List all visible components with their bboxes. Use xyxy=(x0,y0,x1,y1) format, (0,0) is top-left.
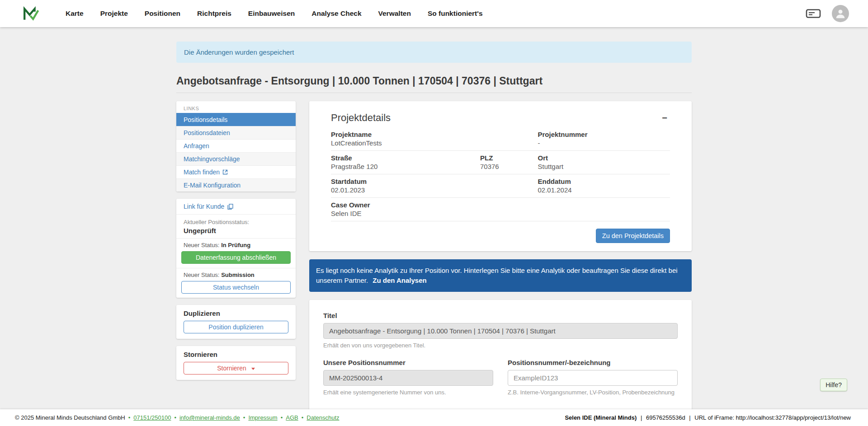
field-projektname: Projektname LotCreationTests xyxy=(331,131,480,147)
page-title: Angebotsanfrage - Entsorgung | 10.000 To… xyxy=(176,75,692,87)
field-value: - xyxy=(538,139,670,147)
sidebar-item-label: E-Mail Konfiguration xyxy=(184,182,241,189)
field-label: Ort xyxy=(538,154,670,162)
user-avatar[interactable] xyxy=(832,5,849,22)
new-status-value: Submission xyxy=(221,272,255,278)
card-reader-icon xyxy=(806,8,821,19)
footer-datenschutz-link[interactable]: Datenschutz xyxy=(307,414,339,421)
nav-item-karte[interactable]: Karte xyxy=(66,9,84,18)
dot-separator: • xyxy=(243,414,245,421)
customer-link-label: Link für Kunde xyxy=(184,203,224,210)
dot-separator: • xyxy=(174,414,176,421)
links-card: LINKS Positionsdetails Positionsdateien … xyxy=(176,101,296,192)
project-row: Projektname LotCreationTests Projektnumm… xyxy=(331,127,670,151)
current-status-value: Ungeprüft xyxy=(176,225,296,238)
copy-icon xyxy=(227,204,233,210)
main-content: Projektdetails − Projektname LotCreation… xyxy=(309,101,692,417)
help-button[interactable]: Hilfe? xyxy=(820,379,847,391)
position-number-group: Positionsnummer/-bezeichnung Z.B. Intern… xyxy=(508,359,678,396)
minus-icon: − xyxy=(662,113,667,123)
footer-phone-link[interactable]: 07151/250100 xyxy=(133,414,171,421)
customer-link[interactable]: Link für Kunde xyxy=(176,199,296,215)
field-value: Selen IDE xyxy=(331,210,480,217)
footer-iframe-url: URL of iFrame: http://localhost:32778/ap… xyxy=(694,414,851,421)
titel-group: Titel Erhält den von uns vorgegebenen Ti… xyxy=(323,312,678,349)
sidebar-item-email-konfiguration[interactable]: E-Mail Konfiguration xyxy=(176,178,296,192)
logo-icon xyxy=(22,5,39,22)
change-status-button[interactable]: Status wechseln xyxy=(181,281,291,294)
complete-data-entry-button[interactable]: Datenerfassung abschließen xyxy=(181,251,291,264)
caret-down-icon xyxy=(251,368,255,370)
footer: © 2025 Mineral Minds Deutschland GmbH • … xyxy=(0,409,868,426)
nav-item-so-funktionierts[interactable]: So funktioniert's xyxy=(428,9,483,18)
links-header: LINKS xyxy=(176,101,296,113)
field-value: 02.01.2023 xyxy=(331,186,480,194)
position-number-label: Positionsnummer/-bezeichnung xyxy=(508,359,678,366)
field-value: Stuttgart xyxy=(538,163,670,170)
titel-input xyxy=(323,323,678,339)
field-case-owner: Case Owner Selen IDE xyxy=(331,201,480,217)
new-status-prefix: Neuer Status: xyxy=(184,242,220,248)
our-number-label: Unsere Positionsnummer xyxy=(323,359,493,366)
nav-item-einbauweisen[interactable]: Einbauweisen xyxy=(248,9,295,18)
titel-label: Titel xyxy=(323,312,678,319)
duplicate-title: Duplizieren xyxy=(184,309,288,317)
nav-item-verwalten[interactable]: Verwalten xyxy=(378,9,411,18)
sidebar-item-positionsdetails[interactable]: Positionsdetails xyxy=(176,113,296,126)
left-sidebar: LINKS Positionsdetails Positionsdateien … xyxy=(176,101,296,387)
new-status-value: In Prüfung xyxy=(221,242,250,248)
nav-item-projekte[interactable]: Projekte xyxy=(100,9,128,18)
cancel-dropdown-button[interactable]: Stornieren xyxy=(184,362,288,375)
copyright-text: © 2025 Mineral Minds Deutschland GmbH xyxy=(15,414,125,421)
cancel-title: Stornieren xyxy=(184,351,288,358)
pipe-separator: | xyxy=(641,414,642,421)
collapse-button[interactable]: − xyxy=(659,112,670,123)
nav-item-positionen[interactable]: Positionen xyxy=(145,9,180,18)
person-icon xyxy=(835,8,846,19)
sidebar-item-matchingvorschlaege[interactable]: Matchingvorschläge xyxy=(176,152,296,165)
field-ort: Ort Stuttgart xyxy=(538,154,670,170)
new-status-row-1: Neuer Status: In Prüfung xyxy=(176,239,296,250)
sidebar-item-label: Match finden xyxy=(184,169,220,176)
page-container: Die Änderungen wurden gespeichert Angebo… xyxy=(176,27,692,417)
field-label: Enddatum xyxy=(538,178,670,185)
banner-text: Es liegt noch keine Analytik zu Ihrer Po… xyxy=(316,267,678,284)
our-number-input xyxy=(323,370,493,386)
go-to-analyses-link[interactable]: Zu den Analysen xyxy=(373,276,426,284)
save-success-alert: Die Änderungen wurden gespeichert xyxy=(176,42,692,63)
project-row: Startdatum 02.01.2023 Enddatum 02.01.202… xyxy=(331,174,670,198)
footer-user: Selen IDE (Mineral Minds) xyxy=(565,414,637,421)
sidebar-item-anfragen[interactable]: Anfragen xyxy=(176,139,296,152)
external-link-icon xyxy=(222,169,228,175)
field-plz: PLZ 70376 xyxy=(480,154,538,170)
project-details-card: Projektdetails − Projektname LotCreation… xyxy=(309,101,692,251)
new-status-prefix: Neuer Status: xyxy=(184,272,220,278)
mineral-minds-logo[interactable] xyxy=(22,5,39,22)
device-panel-button[interactable] xyxy=(805,7,822,20)
sidebar-item-label: Anfragen xyxy=(184,142,209,150)
footer-impressum-link[interactable]: Impressum xyxy=(248,414,277,421)
position-form-card: Titel Erhält den von uns vorgegebenen Ti… xyxy=(309,300,692,417)
sidebar-item-positionsdateien[interactable]: Positionsdateien xyxy=(176,126,296,139)
sidebar-link-list: Positionsdetails Positionsdateien Anfrag… xyxy=(176,113,296,192)
footer-email-link[interactable]: info@mineral-minds.de xyxy=(179,414,240,421)
main-nav: Karte Projekte Positionen Richtpreis Ein… xyxy=(66,9,483,18)
nav-item-analyse-check[interactable]: Analyse Check xyxy=(311,9,361,18)
sidebar-item-match-finden[interactable]: Match finden xyxy=(176,165,296,178)
footer-session-id: 69576255536d xyxy=(646,414,685,421)
field-value: 02.01.2024 xyxy=(538,186,670,194)
session-info: Selen IDE (Mineral Minds) | 69576255536d… xyxy=(565,414,851,421)
field-label: Projektname xyxy=(331,131,480,138)
field-projektnummer: Projektnummer - xyxy=(538,131,670,147)
dot-separator: • xyxy=(128,414,131,421)
duplicate-position-button[interactable]: Position duplizieren xyxy=(184,321,288,333)
nav-item-richtpreis[interactable]: Richtpreis xyxy=(197,9,231,18)
position-number-input[interactable] xyxy=(508,370,678,386)
field-enddatum: Enddatum 02.01.2024 xyxy=(538,178,670,194)
field-label: Straße xyxy=(331,154,480,162)
go-to-project-details-button[interactable]: Zu den Projektdetails xyxy=(596,229,670,243)
footer-agb-link[interactable]: AGB xyxy=(286,414,298,421)
analytics-banner: Es liegt noch keine Analytik zu Ihrer Po… xyxy=(309,259,692,292)
duplicate-card: Duplizieren Position duplizieren xyxy=(176,305,296,339)
dot-separator: • xyxy=(281,414,283,421)
